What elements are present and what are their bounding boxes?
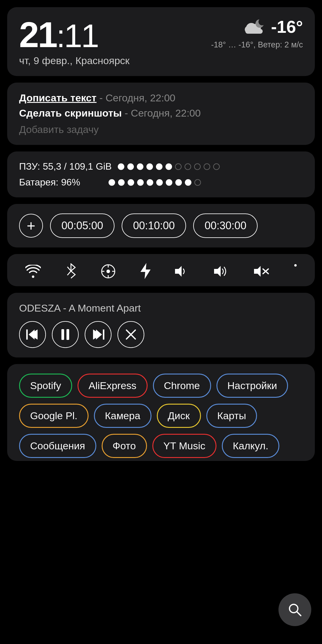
toggle-more-dot bbox=[294, 264, 297, 267]
battery-dot-5 bbox=[156, 179, 163, 186]
clock-time: 21:11 bbox=[19, 17, 129, 52]
clock-minutes: 11 bbox=[64, 17, 98, 54]
battery-dot-9 bbox=[194, 179, 201, 186]
weather-detail: -18° … -16°, Ветер: 2 м/с bbox=[211, 40, 303, 49]
task-name-2: Сделать скриншоты bbox=[19, 107, 122, 119]
storage-battery-label: Батарея: 96% bbox=[19, 177, 103, 188]
toggles-widget bbox=[7, 254, 315, 286]
tasks-widget: Дописать текст - Сегодня, 22:00 Сделать … bbox=[7, 83, 315, 145]
temperature: -16° bbox=[271, 17, 303, 37]
location-icon[interactable] bbox=[101, 261, 116, 279]
app-spotify[interactable]: Spotify bbox=[19, 374, 72, 398]
search-fab[interactable] bbox=[278, 593, 311, 626]
svg-rect-21 bbox=[61, 329, 64, 340]
svg-rect-22 bbox=[66, 329, 69, 340]
media-next-button[interactable] bbox=[85, 321, 112, 348]
svg-marker-14 bbox=[214, 266, 221, 277]
pzu-dot-3 bbox=[146, 163, 153, 170]
battery-dot-4 bbox=[147, 179, 153, 186]
clock-date: чт, 9 февр., Красноярск bbox=[19, 55, 129, 66]
volume-low-icon[interactable] bbox=[175, 261, 189, 279]
timer-add-button[interactable]: + bbox=[19, 214, 43, 238]
storage-pzu-row: ПЗУ: 55,3 / 109,1 GiB bbox=[19, 161, 303, 172]
pzu-dot-1 bbox=[127, 163, 134, 170]
svg-rect-23 bbox=[103, 329, 104, 340]
svg-line-29 bbox=[297, 612, 301, 616]
task-item-2: Сделать скриншоты - Сегодня, 22:00 bbox=[19, 107, 303, 119]
clock-right: -16° -18° … -16°, Ветер: 2 м/с bbox=[211, 17, 303, 49]
media-controls bbox=[19, 321, 303, 348]
pzu-dot-8 bbox=[194, 163, 201, 170]
pzu-dot-4 bbox=[156, 163, 162, 170]
svg-marker-25 bbox=[96, 329, 102, 340]
wifi-icon[interactable] bbox=[25, 261, 41, 279]
svg-marker-12 bbox=[140, 263, 151, 279]
app-disk[interactable]: Диск bbox=[157, 404, 201, 428]
app-kamera[interactable]: Камера bbox=[94, 404, 151, 428]
task-time-1: - Сегодня, 22:00 bbox=[99, 92, 175, 103]
app-soobscheniya[interactable]: Сообщения bbox=[19, 434, 96, 458]
app-ytmusic[interactable]: YT Music bbox=[152, 434, 216, 458]
media-widget: ODESZA - A Moment Apart bbox=[7, 293, 315, 357]
svg-rect-3 bbox=[245, 29, 263, 34]
app-chrome[interactable]: Chrome bbox=[153, 374, 211, 398]
svg-point-7 bbox=[106, 270, 110, 273]
app-nastroyki[interactable]: Настройки bbox=[216, 374, 288, 398]
media-title: ODESZA - A Moment Apart bbox=[19, 302, 303, 314]
timer-widget: + 00:05:00 00:10:00 00:30:00 bbox=[7, 204, 315, 247]
flash-icon[interactable] bbox=[140, 261, 151, 279]
clock-left: 21:11 чт, 9 февр., Красноярск bbox=[19, 17, 129, 66]
cloud-icon bbox=[242, 18, 266, 35]
pzu-dot-7 bbox=[185, 163, 191, 170]
svg-rect-18 bbox=[26, 329, 28, 340]
pzu-dot-2 bbox=[137, 163, 143, 170]
task-name-1: Дописать текст bbox=[19, 92, 97, 103]
battery-dot-7 bbox=[175, 179, 182, 186]
svg-marker-20 bbox=[29, 329, 35, 340]
apps-row-3: Сообщения Фото YT Music Калкул. bbox=[19, 434, 303, 458]
svg-marker-13 bbox=[175, 266, 182, 277]
bluetooth-icon[interactable] bbox=[66, 261, 76, 279]
timer-preset-30[interactable]: 00:30:00 bbox=[193, 213, 258, 238]
svg-marker-15 bbox=[254, 266, 261, 277]
pzu-dot-6 bbox=[175, 163, 182, 170]
pzu-dot-5 bbox=[165, 163, 172, 170]
volume-mute-icon[interactable] bbox=[254, 261, 270, 279]
battery-dot-2 bbox=[128, 179, 134, 186]
app-googlepl[interactable]: Google Pl. bbox=[19, 404, 89, 428]
battery-dot-1 bbox=[118, 179, 125, 186]
pzu-dot-9 bbox=[204, 163, 210, 170]
apps-row-1: Spotify AliExpress Chrome Настройки bbox=[19, 374, 303, 398]
svg-point-5 bbox=[258, 18, 266, 25]
weather-main: -16° bbox=[242, 17, 303, 37]
clock-hours: 21 bbox=[19, 15, 56, 55]
task-add[interactable]: Добавить задачу bbox=[19, 124, 303, 135]
storage-battery-dots bbox=[109, 179, 201, 186]
volume-mid-icon[interactable] bbox=[214, 261, 230, 279]
battery-dot-3 bbox=[137, 179, 144, 186]
app-kalkul[interactable]: Калкул. bbox=[222, 434, 279, 458]
app-foto[interactable]: Фото bbox=[102, 434, 147, 458]
battery-dot-8 bbox=[185, 179, 191, 186]
timer-preset-5[interactable]: 00:05:00 bbox=[50, 213, 114, 238]
task-time-2: - Сегодня, 22:00 bbox=[125, 107, 201, 119]
battery-dot-0 bbox=[109, 179, 115, 186]
storage-widget: ПЗУ: 55,3 / 109,1 GiB Батарея: 96% bbox=[7, 151, 315, 197]
media-prev-button[interactable] bbox=[19, 321, 46, 348]
battery-dot-6 bbox=[166, 179, 172, 186]
timer-preset-10[interactable]: 00:10:00 bbox=[122, 213, 186, 238]
storage-pzu-dots bbox=[118, 163, 220, 170]
app-karty[interactable]: Карты bbox=[206, 404, 257, 428]
apps-widget: Spotify AliExpress Chrome Настройки Goog… bbox=[7, 364, 315, 461]
app-aliexpress[interactable]: AliExpress bbox=[78, 374, 148, 398]
pzu-dot-10 bbox=[213, 163, 220, 170]
media-close-button[interactable] bbox=[117, 321, 144, 348]
storage-battery-row: Батарея: 96% bbox=[19, 177, 303, 188]
media-pause-button[interactable] bbox=[52, 321, 79, 348]
task-item-1: Дописать текст - Сегодня, 22:00 bbox=[19, 92, 303, 104]
apps-row-2: Google Pl. Камера Диск Карты bbox=[19, 404, 303, 428]
clock-widget: 21:11 чт, 9 февр., Красноярск -16° -18° … bbox=[7, 7, 315, 76]
storage-pzu-label: ПЗУ: 55,3 / 109,1 GiB bbox=[19, 161, 112, 172]
pzu-dot-0 bbox=[118, 163, 124, 170]
